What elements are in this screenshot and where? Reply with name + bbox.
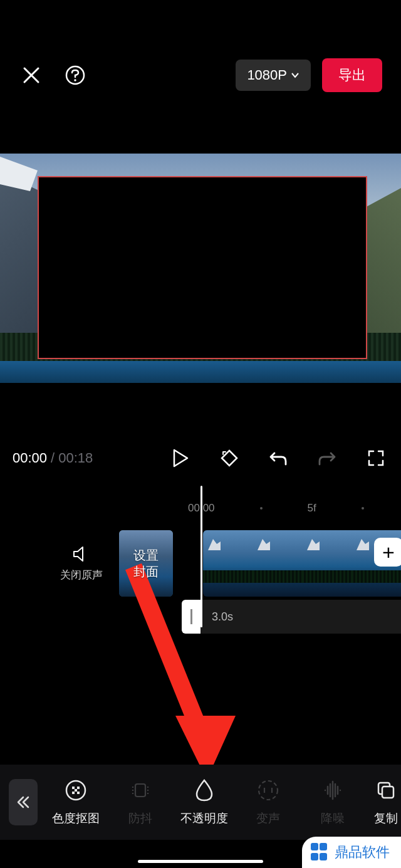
keyframe-icon	[219, 448, 239, 468]
mute-toggle[interactable]: 关闭原声	[50, 545, 113, 582]
playhead[interactable]	[200, 486, 202, 627]
tool-label: 复制	[374, 810, 398, 827]
svg-rect-7	[72, 792, 75, 794]
chevron-down-icon	[291, 72, 299, 78]
bottom-toolbar: 色度抠图 防抖 不透明度 变声	[0, 765, 401, 840]
toolbar-back-button[interactable]	[9, 779, 38, 825]
denoise-icon	[321, 779, 344, 802]
ruler-dot	[260, 507, 263, 510]
watermark-logo-icon	[311, 843, 330, 862]
svg-rect-4	[72, 787, 75, 789]
svg-rect-8	[77, 792, 80, 794]
time-separator: /	[51, 450, 55, 466]
clip-duration-label: 3.0s	[212, 610, 233, 624]
overlay-selection[interactable]	[38, 176, 367, 359]
watermark: 鼎品软件	[302, 837, 401, 868]
tool-denoise[interactable]: 降噪	[307, 778, 358, 827]
svg-rect-12	[382, 787, 393, 798]
svg-point-1	[74, 79, 76, 81]
watermark-text: 鼎品软件	[335, 843, 390, 862]
handle-icon	[190, 609, 192, 624]
tool-copy[interactable]: 复制	[371, 778, 401, 827]
speaker-icon	[72, 545, 91, 563]
ruler-tick: 5f	[308, 502, 316, 515]
video-clip[interactable]	[203, 530, 401, 597]
resolution-label: 1080P	[247, 67, 287, 83]
svg-point-10	[259, 781, 278, 800]
preview-background	[0, 361, 401, 383]
cover-label: 设置 封面	[133, 547, 159, 580]
fullscreen-icon	[367, 449, 385, 467]
tool-voice-change[interactable]: 变声	[242, 778, 294, 827]
opacity-icon	[194, 778, 214, 802]
tool-label: 防抖	[128, 810, 152, 827]
fullscreen-button[interactable]	[363, 446, 388, 471]
close-button[interactable]	[19, 63, 44, 88]
tool-label: 变声	[256, 810, 280, 827]
header: 1080P 导出	[0, 0, 401, 91]
svg-rect-6	[75, 789, 77, 792]
close-icon	[22, 66, 41, 85]
undo-icon	[269, 449, 288, 467]
set-cover-button[interactable]: 设置 封面	[119, 530, 173, 597]
tool-label: 降噪	[321, 810, 345, 827]
overlay-clip[interactable]: 3.0s	[200, 600, 401, 634]
audio-track-row: 3.0s	[182, 600, 401, 634]
clip-thumbnail	[203, 530, 253, 597]
add-clip-button[interactable]: +	[374, 538, 401, 567]
clip-handle-left[interactable]	[182, 600, 200, 634]
stabilize-icon	[129, 779, 152, 802]
tool-chroma-key[interactable]: 色度抠图	[50, 778, 102, 827]
keyframe-button[interactable]	[217, 446, 242, 471]
play-icon	[172, 449, 189, 468]
undo-button[interactable]	[266, 446, 291, 471]
copy-icon	[375, 779, 397, 802]
home-indicator[interactable]	[138, 860, 263, 863]
chroma-icon	[65, 779, 87, 802]
plus-icon: +	[382, 540, 395, 565]
svg-rect-5	[77, 787, 80, 789]
time-current: 00:00	[13, 450, 47, 466]
chevron-double-left-icon	[16, 795, 31, 810]
clip-thumbnail	[302, 530, 352, 597]
help-button[interactable]	[63, 63, 88, 88]
transport-bar: 00:00 / 00:18	[0, 446, 401, 471]
mute-label: 关闭原声	[60, 568, 103, 582]
help-icon	[65, 65, 86, 86]
play-button[interactable]	[168, 446, 193, 471]
voice-icon	[257, 779, 279, 802]
tool-stabilize[interactable]: 防抖	[114, 778, 165, 827]
clip-thumbnail	[253, 530, 302, 597]
ruler-dot	[362, 507, 364, 510]
tool-opacity[interactable]: 不透明度	[179, 778, 230, 827]
resolution-button[interactable]: 1080P	[236, 60, 311, 91]
video-preview[interactable]	[0, 154, 401, 383]
svg-rect-9	[135, 784, 145, 797]
tool-label: 不透明度	[180, 810, 228, 827]
redo-icon	[318, 449, 336, 467]
export-label: 导出	[338, 67, 366, 83]
time-duration: 00:18	[58, 450, 93, 466]
tool-label: 色度抠图	[52, 810, 100, 827]
redo-button[interactable]	[315, 446, 340, 471]
export-button[interactable]: 导出	[322, 58, 382, 92]
